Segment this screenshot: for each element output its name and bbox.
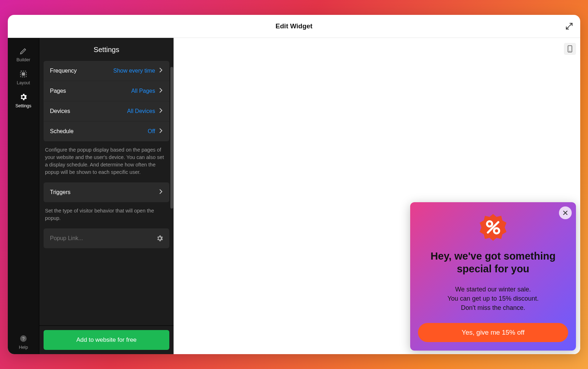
rail-help-label: Help (19, 345, 28, 350)
rail-layout[interactable]: Layout (8, 66, 39, 89)
chevron-right-icon (159, 67, 163, 74)
display-settings-card: Frequency Show every time Pages All Page… (44, 61, 169, 141)
row-schedule-value: Off (148, 128, 155, 135)
popup-link-row (44, 228, 169, 248)
triggers-card: Triggers (44, 182, 169, 202)
rail-help[interactable]: ? Help (8, 330, 39, 354)
close-icon (562, 210, 568, 216)
rail-builder[interactable]: Builder (8, 43, 39, 66)
popup-body-line1: We started our winter sale. (455, 286, 531, 293)
window-title: Edit Widget (276, 22, 312, 30)
panel-title: Settings (39, 38, 174, 61)
expand-button[interactable] (564, 21, 575, 32)
triggers-description: Set the type of visitor behavior that wi… (44, 204, 169, 228)
popup-close-button[interactable] (559, 206, 572, 219)
svg-rect-1 (22, 72, 25, 75)
gear-icon (19, 92, 28, 102)
chevron-right-icon (159, 128, 163, 135)
popup-body-line3: Don't miss the chance. (461, 304, 525, 311)
popup-link-input[interactable] (50, 235, 154, 242)
popup-heading: Hey, we've got something special for you (418, 250, 568, 276)
nav-rail: Builder Layout Settings ? Help (8, 38, 39, 354)
rail-layout-label: Layout (17, 80, 30, 85)
layout-icon (19, 69, 28, 79)
add-to-website-button[interactable]: Add to website for free (44, 330, 169, 350)
popup-body-line2: You can get up to 15% discount. (447, 295, 539, 302)
device-preview-button[interactable] (564, 43, 576, 55)
phone-icon (567, 45, 573, 53)
popup-link-settings-button[interactable] (154, 233, 165, 244)
row-frequency-value: Show every time (113, 68, 155, 74)
help-icon: ? (19, 334, 28, 343)
row-pages[interactable]: Pages All Pages (44, 81, 169, 101)
panel-bottom-bar: Add to website for free (39, 325, 174, 354)
settings-panel: Settings Frequency Show every time Pages… (39, 38, 174, 354)
discount-badge-icon (479, 213, 508, 242)
rail-settings-label: Settings (15, 103, 31, 108)
preview-canvas: Hey, we've got something special for you… (174, 38, 580, 354)
rail-settings[interactable]: Settings (8, 89, 39, 112)
titlebar: Edit Widget (8, 15, 580, 38)
row-devices-label: Devices (50, 108, 127, 114)
svg-text:?: ? (22, 336, 25, 341)
row-frequency-label: Frequency (50, 68, 113, 74)
row-schedule-label: Schedule (50, 128, 148, 135)
row-frequency[interactable]: Frequency Show every time (44, 61, 169, 81)
pencil-icon (19, 46, 28, 56)
rail-builder-label: Builder (17, 57, 30, 62)
chevron-right-icon (159, 189, 163, 196)
expand-icon (565, 22, 573, 30)
row-triggers[interactable]: Triggers (44, 182, 169, 202)
row-triggers-label: Triggers (50, 189, 159, 195)
gear-icon (156, 234, 164, 242)
row-pages-label: Pages (50, 88, 131, 94)
panel-scroll[interactable]: Frequency Show every time Pages All Page… (39, 61, 174, 325)
popup-body: We started our winter sale. You can get … (418, 285, 568, 312)
row-schedule[interactable]: Schedule Off (44, 121, 169, 141)
row-devices[interactable]: Devices All Devices (44, 101, 169, 121)
chevron-right-icon (159, 87, 163, 95)
display-settings-description: Configure the popup display based on the… (44, 143, 169, 182)
row-pages-value: All Pages (131, 88, 155, 94)
panel-scrollbar[interactable] (170, 67, 173, 209)
editor-window: Edit Widget Builder Layout (8, 15, 580, 354)
chevron-right-icon (159, 108, 163, 115)
row-devices-value: All Devices (127, 108, 155, 114)
popup-preview: Hey, we've got something special for you… (410, 202, 576, 351)
main-area: Builder Layout Settings ? Help (8, 38, 580, 354)
popup-cta-button[interactable]: Yes, give me 15% off (418, 323, 568, 342)
